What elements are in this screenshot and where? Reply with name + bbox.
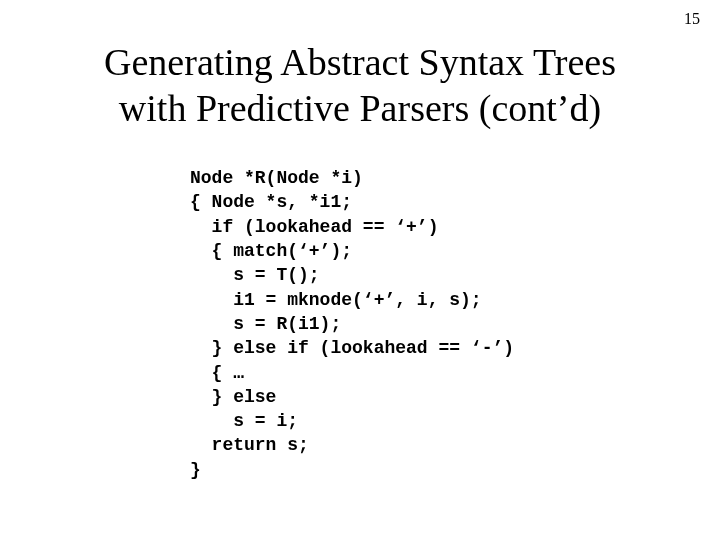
code-line: } else bbox=[190, 387, 276, 407]
code-line: s = T(); bbox=[190, 265, 320, 285]
code-line: Node *R(Node *i) bbox=[190, 168, 363, 188]
code-line: { Node *s, *i1; bbox=[190, 192, 352, 212]
code-line: s = R(i1); bbox=[190, 314, 341, 334]
slide-title: Generating Abstract Syntax Trees with Pr… bbox=[0, 40, 720, 131]
code-line: } else if (lookahead == ‘-’) bbox=[190, 338, 514, 358]
title-line-1: Generating Abstract Syntax Trees bbox=[104, 41, 616, 83]
page-number: 15 bbox=[684, 10, 700, 28]
code-line: i1 = mknode(‘+’, i, s); bbox=[190, 290, 482, 310]
code-line: { match(‘+’); bbox=[190, 241, 352, 261]
code-line: } bbox=[190, 460, 201, 480]
code-line: return s; bbox=[190, 435, 309, 455]
code-line: s = i; bbox=[190, 411, 298, 431]
code-line: if (lookahead == ‘+’) bbox=[190, 217, 438, 237]
code-block: Node *R(Node *i) { Node *s, *i1; if (loo… bbox=[190, 166, 720, 482]
code-line: { … bbox=[190, 363, 244, 383]
title-line-2: with Predictive Parsers (cont’d) bbox=[119, 87, 601, 129]
